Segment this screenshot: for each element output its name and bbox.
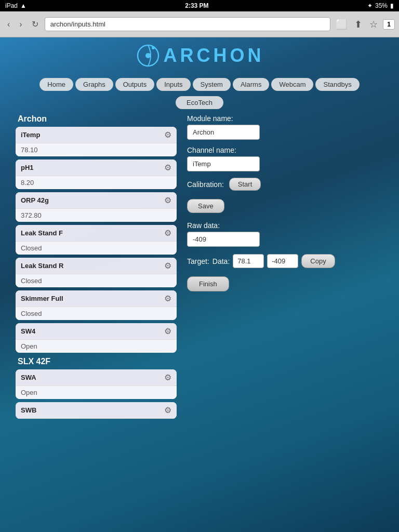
- nav-outputs[interactable]: Outputs: [115, 78, 155, 91]
- left-panel: Archon iTemp ⚙ 78.10 pH1 ⚙ 8.20 ORP 42g …: [16, 114, 177, 501]
- main-content: ARCHON Home Graphs Outputs Inputs System…: [0, 37, 399, 532]
- finish-button[interactable]: Finish: [187, 276, 229, 291]
- nav-alarms[interactable]: Alarms: [233, 78, 269, 91]
- logo-icon: [135, 43, 161, 69]
- section-archon-title: Archon: [16, 114, 177, 124]
- input-value-ph1: 8.20: [16, 176, 177, 189]
- browser-actions: ⬜ ⬆ ☆ 1: [334, 17, 395, 32]
- data-value-input[interactable]: [267, 254, 298, 268]
- input-card-header-ph1: pH1 ⚙: [16, 159, 177, 176]
- nav-standbys[interactable]: Standbys: [315, 78, 359, 91]
- gear-icon-swb[interactable]: ⚙: [164, 405, 171, 415]
- input-name-ph1: pH1: [21, 164, 34, 171]
- input-value-swa: Open: [16, 386, 177, 399]
- input-name-orp: ORP 42g: [21, 196, 49, 204]
- input-card-header-leakf: Leak Stand F ⚙: [16, 225, 177, 242]
- address-bar[interactable]: [45, 17, 331, 31]
- gear-icon-leakf[interactable]: ⚙: [164, 228, 171, 238]
- right-panel: Module name: Channel name: Calibration: …: [187, 114, 379, 291]
- logo-area: ARCHON: [0, 43, 399, 69]
- input-card-header-sw4: SW4 ⚙: [16, 323, 177, 340]
- input-value-itemp: 78.10: [16, 143, 177, 156]
- gear-icon-swa[interactable]: ⚙: [164, 373, 171, 382]
- nav-system[interactable]: System: [193, 78, 231, 91]
- input-name-itemp: iTemp: [21, 131, 40, 139]
- input-card-skimmer: Skimmer Full ⚙ Closed: [16, 290, 177, 320]
- input-value-sw4: Open: [16, 340, 177, 353]
- wifi-icon: ▲: [20, 2, 26, 9]
- input-name-leakr: Leak Stand R: [21, 262, 63, 270]
- module-name-label: Module name:: [187, 114, 379, 123]
- channel-name-label: Channel name:: [187, 146, 379, 154]
- input-card-ph1: pH1 ⚙ 8.20: [16, 159, 177, 189]
- input-value-leakr: Closed: [16, 274, 177, 287]
- input-name-swb: SWB: [21, 406, 36, 414]
- target-label: Target:: [187, 257, 209, 265]
- input-card-header-orp: ORP 42g ⚙: [16, 192, 177, 209]
- input-card-orp: ORP 42g ⚙ 372.80: [16, 192, 177, 222]
- bookmark-icon[interactable]: ☆: [367, 17, 380, 32]
- nav-home[interactable]: Home: [39, 78, 73, 91]
- gear-icon-ph1[interactable]: ⚙: [164, 163, 171, 172]
- target-data-row: Target: Data: Copy: [187, 254, 379, 268]
- input-value-skimmer: Closed: [16, 307, 177, 320]
- raw-data-label: Raw data:: [187, 221, 379, 230]
- nav-graphs[interactable]: Graphs: [75, 78, 113, 91]
- tab-count[interactable]: 1: [383, 19, 395, 30]
- input-name-skimmer: Skimmer Full: [21, 295, 63, 302]
- svg-point-1: [145, 53, 151, 58]
- nav-bar: Home Graphs Outputs Inputs System Alarms…: [0, 78, 399, 91]
- target-value-input[interactable]: [233, 254, 264, 268]
- input-value-orp: 372.80: [16, 209, 177, 222]
- carrier-label: iPad: [5, 2, 18, 9]
- gear-icon-orp[interactable]: ⚙: [164, 195, 171, 205]
- input-card-header-swa: SWA ⚙: [16, 369, 177, 386]
- input-card-sw4: SW4 ⚙ Open: [16, 323, 177, 353]
- nav-inputs[interactable]: Inputs: [156, 78, 190, 91]
- nav-ecotech[interactable]: EcoTech: [176, 96, 223, 109]
- svg-point-2: [152, 46, 155, 49]
- input-name-leakf: Leak Stand F: [21, 229, 63, 237]
- input-card-header-leakr: Leak Stand R ⚙: [16, 258, 177, 274]
- forward-button[interactable]: ›: [16, 18, 25, 31]
- calibration-label: Calibration:: [187, 180, 224, 189]
- channel-name-input[interactable]: [187, 156, 260, 171]
- gear-icon-itemp[interactable]: ⚙: [164, 130, 171, 140]
- save-button[interactable]: Save: [187, 199, 224, 213]
- copy-button[interactable]: Copy: [301, 254, 335, 268]
- upload-icon[interactable]: ⬆: [352, 17, 364, 32]
- input-card-header-skimmer: Skimmer Full ⚙: [16, 290, 177, 307]
- status-bar: iPad ▲ 2:33 PM ✦ 35% ▮: [0, 0, 399, 11]
- module-name-input[interactable]: [187, 125, 260, 140]
- input-card-swa: SWA ⚙ Open: [16, 369, 177, 399]
- browser-chrome: ‹ › ↻ ⬜ ⬆ ☆ 1: [0, 11, 399, 37]
- share-icon[interactable]: ⬜: [334, 17, 349, 32]
- battery-icon: ▮: [390, 2, 394, 9]
- gear-icon-skimmer[interactable]: ⚙: [164, 294, 171, 303]
- calibration-start-button[interactable]: Start: [229, 178, 261, 191]
- status-right: ✦ 35% ▮: [367, 2, 394, 9]
- reload-button[interactable]: ↻: [29, 17, 42, 31]
- input-card-header-itemp: iTemp ⚙: [16, 127, 177, 143]
- gear-icon-sw4[interactable]: ⚙: [164, 326, 171, 336]
- data-label: Data:: [212, 257, 230, 265]
- status-left: iPad ▲: [5, 2, 26, 9]
- gear-icon-leakr[interactable]: ⚙: [164, 261, 171, 271]
- bluetooth-icon: ✦: [367, 2, 373, 9]
- time-display: 2:33 PM: [185, 2, 208, 9]
- calibration-row: Calibration: Start: [187, 178, 379, 191]
- raw-data-input[interactable]: [187, 232, 260, 247]
- input-card-leakf: Leak Stand F ⚙ Closed: [16, 225, 177, 255]
- input-name-swa: SWA: [21, 374, 36, 381]
- input-name-sw4: SW4: [21, 327, 35, 335]
- logo-text: ARCHON: [164, 45, 264, 66]
- battery-label: 35%: [375, 2, 388, 9]
- nav-ecotech-container: EcoTech: [0, 96, 399, 109]
- input-card-header-swb: SWB ⚙: [16, 402, 177, 419]
- section-slx-title: SLX 42F: [16, 357, 177, 366]
- nav-webcam[interactable]: Webcam: [271, 78, 313, 91]
- input-card-swb: SWB ⚙: [16, 402, 177, 419]
- back-button[interactable]: ‹: [4, 18, 13, 31]
- input-value-leakf: Closed: [16, 242, 177, 255]
- input-card-itemp: iTemp ⚙ 78.10: [16, 127, 177, 156]
